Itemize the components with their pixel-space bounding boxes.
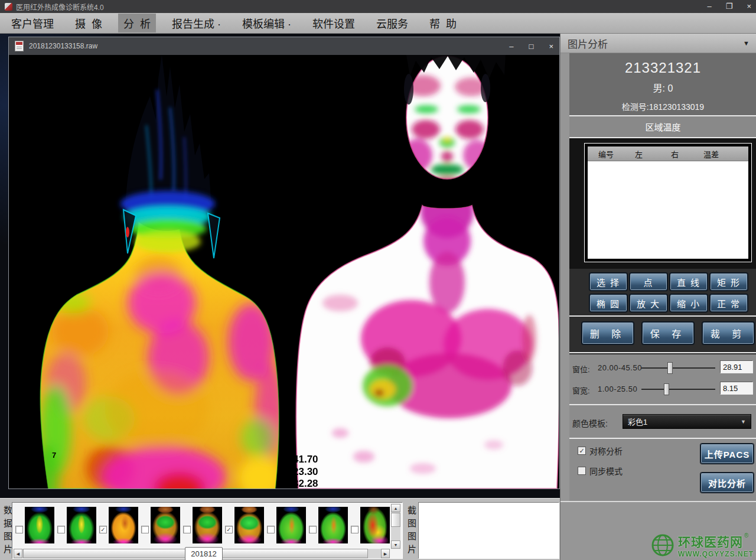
column-right: 右 (671, 148, 679, 159)
window-level-width-section: 窗位: 20.00-45.50 28.91 窗宽: 1.00-25.50 8.1… (569, 354, 756, 404)
column-left: 左 (635, 148, 643, 159)
close-button[interactable]: × (747, 0, 751, 13)
image-window-titlebar[interactable]: 20181230133158.raw – □ × (9, 37, 559, 55)
scroll-up-icon[interactable]: ▲ (391, 504, 400, 512)
thumbnail-vertical-scrollbar[interactable]: ▲ ▼ (391, 504, 400, 549)
roi-temperature-table[interactable]: 编号 左 右 温差 (584, 143, 752, 262)
color-template-dropdown[interactable]: 彩色1 ▼ (623, 414, 751, 429)
menu-item-report-generation[interactable]: 报告生成 · (167, 14, 226, 32)
window-width-label: 窗宽: (572, 385, 590, 396)
roi-table-header: 编号 左 右 温差 (588, 146, 748, 161)
thumbnail-checkbox-4[interactable] (141, 526, 149, 533)
tool-button-section: 选 择 点 直 线 矩 形 椭 圆 放 大 缩 小 正 常 删 除 保 存 裁 … (569, 269, 756, 354)
temperature-min: 23.30 (293, 466, 318, 477)
menu-item-capture[interactable]: 摄 像 (70, 14, 107, 32)
thumbnail-image-4[interactable] (151, 507, 180, 543)
thumbnail-checkbox-6[interactable]: ✓ (225, 526, 233, 533)
screenshot-images-label: 截图图片 (405, 506, 418, 558)
roi-table-section: 编号 左 右 温差 (569, 138, 756, 269)
thumbnail-image-1[interactable] (25, 507, 54, 543)
thumbnail-image-3[interactable] (109, 507, 138, 543)
normal-view-button[interactable]: 正 常 (710, 294, 748, 312)
minimize-button[interactable]: – (708, 0, 712, 13)
temperature-avg: 32.28 (293, 478, 318, 489)
roi-table-body[interactable] (588, 161, 748, 259)
thumbnail-checkbox-9[interactable] (351, 526, 359, 533)
window-width-range: 1.00-25.50 (598, 385, 637, 393)
scroll-left-icon[interactable]: ◀ (14, 549, 22, 558)
thumbnail-image-2[interactable] (67, 507, 96, 543)
scroll-right-icon[interactable]: ▶ (381, 549, 390, 558)
thumbnail-checkbox-5[interactable] (183, 526, 191, 533)
app-icon (5, 3, 12, 11)
thumbnail-checkbox-8[interactable] (309, 526, 317, 533)
app-title: 医用红外热成像诊断系统4.0 (16, 2, 104, 12)
panel-title: 图片分析 (568, 36, 608, 51)
compare-analysis-button[interactable]: 对比分析 (700, 473, 754, 493)
menu-item-software-settings[interactable]: 软件设置 (307, 14, 360, 32)
globe-icon (650, 533, 675, 558)
image-window-minimize-button[interactable]: – (509, 42, 513, 51)
thermal-image-canvas[interactable]: 7 (9, 55, 559, 489)
temperature-max: 41.70 (293, 454, 318, 465)
thumbnail-image-9[interactable] (360, 507, 390, 543)
bottom-strip: 数据图片 ✓ ✓ ▲ ▼ ◀ (0, 498, 560, 560)
color-template-value: 彩色1 (628, 416, 647, 427)
vertical-scrollbar-thumb[interactable] (391, 513, 400, 527)
symmetric-analysis-label: 对称分析 (589, 445, 623, 457)
line-tool-button[interactable]: 直 线 (670, 273, 708, 291)
select-tool-button[interactable]: 选 择 (589, 273, 627, 291)
divider (569, 315, 756, 317)
panel-header: 图片分析 ▼ (561, 34, 756, 53)
menu-item-cloud-service[interactable]: 云服务 (371, 14, 413, 32)
image-window-maximize-button[interactable]: □ (529, 42, 534, 51)
ellipse-tool-button[interactable]: 椭 圆 (589, 294, 627, 312)
thumbnail-checkbox-2[interactable] (57, 526, 65, 533)
analysis-options-section: ✓ 对称分析 同步模式 上传PACS 对比分析 (569, 438, 756, 501)
window-width-value[interactable]: 8.15 (720, 382, 753, 395)
exam-number: 检测号:181230133019 (569, 100, 756, 112)
thumbnail-checkbox-7[interactable] (267, 526, 275, 533)
upload-pacs-button[interactable]: 上传PACS (700, 444, 754, 464)
symmetric-analysis-checkbox[interactable]: ✓ (578, 447, 586, 455)
scroll-down-icon[interactable]: ▼ (391, 541, 400, 549)
window-level-slider-handle[interactable] (667, 362, 673, 374)
menu-item-template-edit[interactable]: 模板编辑 · (237, 14, 296, 32)
menu-item-analysis[interactable]: 分 析 (118, 14, 156, 32)
window-width-slider[interactable] (641, 389, 715, 390)
crop-button[interactable]: 裁 剪 (702, 322, 754, 344)
watermark: 环球医药网 ® WWW.QGYYZS.NET (650, 532, 754, 558)
sync-mode-checkbox[interactable] (578, 467, 586, 475)
chevron-down-icon[interactable]: ▼ (743, 40, 750, 47)
temperature-readings: 41.70 23.30 32.28 (293, 454, 318, 489)
restore-button[interactable]: ❐ (726, 0, 733, 13)
thumbnail-checkbox-1[interactable] (15, 526, 23, 533)
point-tool-button[interactable]: 点 (630, 273, 667, 291)
thumbnail-image-7[interactable] (276, 507, 306, 543)
thumbnail-tooltip: 201812 (185, 547, 223, 560)
thumbnail-image-8[interactable] (318, 507, 348, 543)
window-level-row: 窗位: 20.00-45.50 28.91 (569, 360, 756, 376)
temperature-partial-reading: 7 (52, 451, 56, 460)
delete-button[interactable]: 删 除 (582, 322, 634, 344)
save-button[interactable]: 保 存 (642, 322, 694, 344)
color-template-section: 颜色模板: 彩色1 ▼ (569, 404, 756, 438)
color-template-label: 颜色模板: (572, 417, 608, 429)
column-number: 编号 (598, 148, 614, 159)
zoom-out-button[interactable]: 缩 小 (670, 294, 708, 312)
menu-item-help[interactable]: 帮 助 (424, 14, 462, 32)
window-level-value[interactable]: 28.91 (720, 360, 753, 373)
thumbnail-image-5[interactable] (193, 507, 222, 543)
window-level-slider[interactable] (641, 367, 715, 369)
menu-item-customer-management[interactable]: 客户管理 (6, 14, 59, 32)
rectangle-tool-button[interactable]: 矩 形 (710, 273, 748, 291)
image-window-close-button[interactable]: × (549, 42, 553, 51)
zoom-in-button[interactable]: 放 大 (630, 294, 667, 312)
chevron-down-icon: ▼ (741, 419, 746, 425)
patient-info: 213321321 男: 0 检测号:181230133019 (569, 53, 756, 115)
thumbnail-checkbox-3[interactable]: ✓ (99, 526, 107, 533)
thermal-image-viewport[interactable]: 7 (9, 55, 559, 489)
thumbnail-image-6[interactable] (234, 507, 264, 543)
region-temperature-title: 区域温度 (569, 115, 756, 138)
window-width-slider-handle[interactable] (664, 383, 669, 395)
